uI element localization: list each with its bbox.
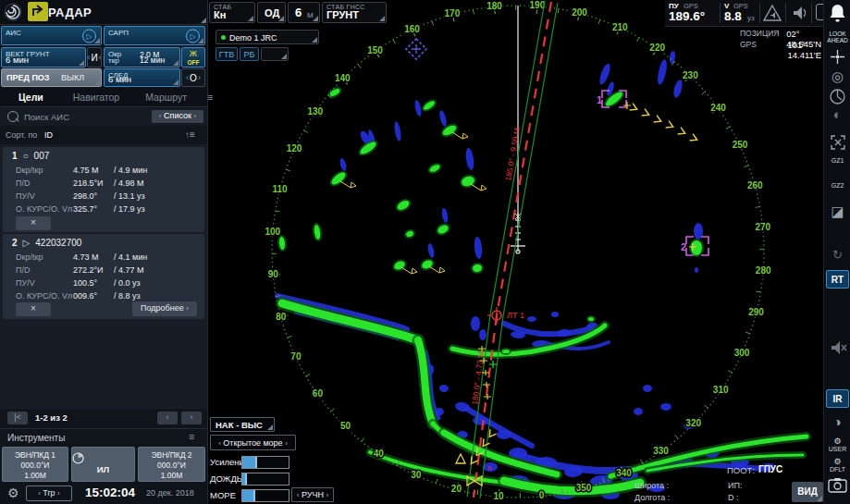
gtv-button[interactable]: ГТВ: [216, 47, 238, 61]
tool3-line2: 000.0°И: [139, 461, 204, 471]
stab-mode-dropdown[interactable]: СТАБ Кн: [209, 2, 255, 23]
tool3-line3: 1.00М: [139, 471, 204, 481]
svg-text:1: 1: [597, 94, 602, 105]
rings-label-2: ткр: [108, 56, 119, 65]
remove-target-button[interactable]: ×: [16, 302, 51, 316]
rt-button[interactable]: RT: [826, 270, 849, 289]
search-input[interactable]: Поиск АИС: [24, 112, 69, 122]
view-button[interactable]: ВИД: [792, 482, 823, 502]
row-v1: 218.5°И: [73, 178, 114, 188]
svg-text:150: 150: [367, 45, 383, 55]
pagination: |< 1-2 из 2 ‹ ›: [0, 411, 207, 425]
scan-off-button[interactable]: Ж OFF: [181, 47, 205, 68]
target-card-2[interactable]: 2 ▷ 422032700 Dкр/tкр4.73 М/ 4.1 мин П/D…: [3, 234, 204, 319]
range-rings-button[interactable]: Окр 2.0 М ткр 12 мин: [104, 47, 180, 68]
svg-text:340: 340: [616, 468, 632, 478]
gain-slider[interactable]: [241, 456, 289, 469]
target-row: П/D272.2°И/ 4.77 М: [16, 265, 144, 275]
vector-mode-toggle[interactable]: ‹И›: [87, 47, 102, 68]
user-settings-button[interactable]: ⚙ USER: [824, 436, 850, 452]
tab-navigator[interactable]: Навигатор: [73, 92, 119, 103]
evn-pkd-2-button[interactable]: ЭВН/ПКД 2 000.0°И 1.00М: [138, 447, 205, 482]
od-value: ОД: [265, 7, 279, 18]
sort-direction-icon[interactable]: ↑≡: [185, 129, 195, 140]
svg-text:20: 20: [451, 484, 462, 494]
left-panel: РАДАР АИС ▷ САРП ▷ ВЕКТ ГРУНТ 6 мин ‹И› …: [0, 0, 208, 504]
azimuth-ring-icon[interactable]: [830, 89, 845, 104]
demo-source-dropdown[interactable]: Demo 1 JRC: [216, 30, 319, 44]
pred-pos-button[interactable]: ПРЕД ПОЗ ВЫКЛ: [1, 68, 102, 87]
ais-panel-button[interactable]: АИС ▷: [1, 26, 102, 45]
distance-label: D :: [728, 493, 739, 502]
ir-button[interactable]: IR: [826, 389, 849, 408]
mute-speaker-icon[interactable]: [829, 338, 847, 357]
target-1-index: 1: [12, 151, 18, 161]
position-src: GPS: [740, 40, 757, 49]
tab-targets[interactable]: Цели: [18, 92, 43, 103]
manual-mode-selector[interactable]: ‹ РУЧН ›: [291, 487, 334, 502]
tab-route[interactable]: Маршрут: [145, 92, 187, 103]
acquisition-zone-icon[interactable]: [831, 135, 845, 150]
first-page-button[interactable]: |<: [7, 412, 28, 424]
empty-mode-dropdown[interactable]: [261, 47, 289, 61]
gz2-button[interactable]: GZ2: [824, 182, 850, 189]
next-page-button[interactable]: ›: [181, 412, 202, 424]
range-rings-icon[interactable]: ◎: [824, 68, 850, 85]
speaker-icon[interactable]: [790, 4, 808, 22]
arpa-panel-button[interactable]: САРП ▷: [104, 26, 205, 45]
trail-mode-toggle[interactable]: ‹О›: [181, 68, 205, 87]
brilliance-icon[interactable]: ◪: [824, 203, 850, 220]
trip-selector[interactable]: ‹ Trp ›: [26, 486, 72, 501]
trail-value: 6 мин: [108, 74, 131, 84]
list-button[interactable]: ‹ Список ›: [152, 110, 203, 123]
stab-gnss-dropdown[interactable]: СТАБ ГНСС ГРУНТ: [322, 2, 387, 23]
evn-pkd-1-button[interactable]: ЭВН/ПКД 1 000.0°И 1.00М: [2, 447, 68, 482]
sea-slider[interactable]: [241, 489, 289, 502]
details-button[interactable]: Подробнее ›: [132, 301, 197, 316]
tools-menu-icon[interactable]: ≡: [189, 431, 194, 442]
prev-page-button[interactable]: ‹: [157, 412, 178, 424]
gz1-button[interactable]: GZ1: [824, 157, 850, 164]
poot-label: ПООТ:: [727, 465, 755, 475]
day-night-icon[interactable]: ◐: [824, 106, 850, 122]
sort-value-dropdown[interactable]: ID: [44, 130, 53, 140]
tool1-line3: 1.00М: [3, 471, 68, 481]
chevron-left-icon: ‹: [38, 489, 41, 498]
alarm-bell-icon[interactable]: [829, 3, 846, 23]
tab-menu-icon[interactable]: ≡: [207, 92, 213, 103]
sort-lines-icon: ≡: [190, 129, 195, 140]
screenshot-camera-icon[interactable]: [828, 477, 847, 493]
svg-text:120: 120: [287, 143, 302, 154]
sea-mode-label: Открытое море: [223, 438, 282, 448]
vector-ground-button[interactable]: ВЕКТ ГРУНТ 6 мин: [1, 47, 86, 68]
look-ahead-pointer-icon[interactable]: [830, 49, 850, 65]
svg-text:280: 280: [756, 265, 771, 276]
svg-text:110: 110: [272, 184, 288, 194]
audio-triangle-icon[interactable]: [763, 4, 782, 22]
chevron-right-icon: ›: [99, 53, 102, 62]
row-v1: 100.5°: [73, 278, 114, 288]
remove-target-button[interactable]: ×: [16, 216, 51, 230]
range-dropdown[interactable]: 6 М: [288, 2, 320, 23]
svg-text:100: 100: [265, 227, 280, 237]
sea-mode-selector[interactable]: ‹ Открытое море ›: [210, 435, 296, 450]
settings-gear-icon[interactable]: ⚙: [7, 486, 19, 500]
svg-text:160: 160: [404, 24, 420, 34]
rain-slider[interactable]: [241, 473, 289, 486]
back-arrow-button[interactable]: [28, 2, 48, 21]
trails-reset-icon[interactable]: ↻: [824, 248, 850, 262]
svg-text:210: 210: [612, 22, 628, 32]
row-key: П/D: [16, 178, 73, 188]
look-ahead-label[interactable]: LOOK AHEAD: [824, 31, 850, 43]
divider: [811, 3, 812, 23]
position-label: ПОЗИЦИЯ: [740, 29, 780, 38]
od-mode-dropdown[interactable]: ОД: [257, 2, 286, 23]
look-label: LOOK: [824, 31, 850, 37]
rb-button[interactable]: РБ: [240, 47, 259, 61]
contrast-icon[interactable]: ◑: [824, 414, 850, 429]
trail-button[interactable]: СЛЕД 6 мин: [104, 68, 180, 87]
nak-vys-dropdown[interactable]: НАК - ВЫС: [210, 417, 275, 432]
default-settings-button[interactable]: ⚙ DFLT: [824, 457, 850, 473]
target-card-1[interactable]: 1 ○ 007 Dкр/tкр4.75 М/ 4.9 мин П/D218.5°…: [3, 147, 204, 232]
il-button[interactable]: ИЛ: [71, 447, 135, 482]
